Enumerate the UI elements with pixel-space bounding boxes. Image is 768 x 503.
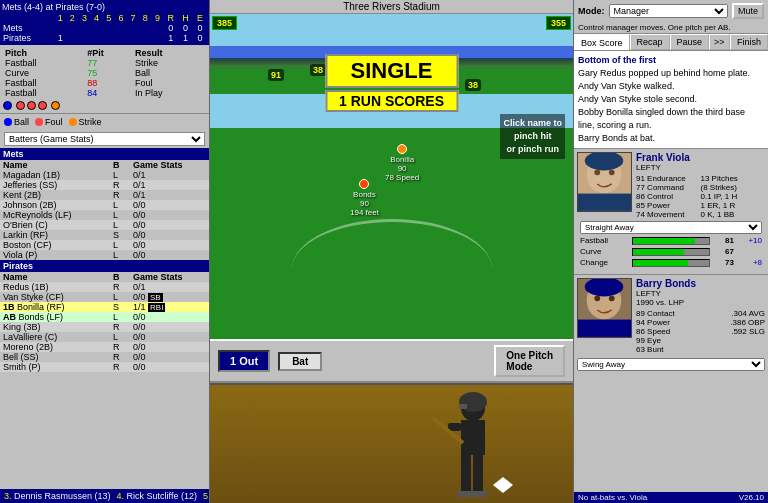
commentary-line: Bobby Bonilla singled down the third bas… (578, 106, 764, 119)
tab-next[interactable]: >> (709, 34, 730, 50)
pitcher-name: Frank Viola (636, 152, 765, 163)
center-panel: Three Rivers Stadium 385 355 91 38 80 88… (210, 0, 573, 503)
table-row: Boston (CF)L0/0 (0, 240, 209, 250)
ticker-item[interactable]: 4. Rick Sutcliffe (12) (117, 491, 197, 501)
no-at-bats: No at-bats vs. Viola (578, 493, 647, 502)
svg-point-21 (585, 278, 624, 296)
control-description: Control manager moves. One pitch per AB. (574, 22, 768, 34)
table-row: O'Brien (C)L0/0 (0, 220, 209, 230)
hit-text: SINGLE (325, 54, 458, 88)
svg-point-13 (609, 169, 615, 175)
table-row: AB Bonds (LF)L 0/0 (0, 312, 209, 322)
out-count: 1 Out (218, 350, 270, 372)
mute-button[interactable]: Mute (732, 3, 764, 19)
left-field-distance: 385 (212, 16, 237, 30)
svg-point-15 (585, 152, 624, 170)
ticker-item[interactable]: 5. Dwight Gooden (12) (203, 491, 209, 501)
table-row: Van Styke (CF)L 0/0 SB (0, 292, 209, 302)
pirates-team-header: Pirates (0, 260, 209, 272)
mode-bar: Mode: Manager Mute (574, 0, 768, 22)
mode-select[interactable]: Manager (609, 4, 728, 18)
svg-rect-4 (461, 453, 471, 493)
svg-rect-9 (459, 404, 467, 409)
stadium-title: Three Rivers Stadium (210, 0, 573, 14)
swing-type-select[interactable]: Swing Away (577, 358, 765, 371)
svg-rect-1 (461, 420, 485, 455)
table-row: Kent (2B)R0/1 (0, 190, 209, 200)
table-row: Redus (1B)R0/1 (0, 282, 209, 292)
run-text: 1 RUN SCORES (325, 90, 458, 112)
version-number: V26.10 (739, 493, 764, 502)
right-field-distance: 355 (546, 16, 571, 30)
svg-rect-20 (578, 320, 631, 337)
field-number-1: 91 (268, 69, 284, 81)
ticker-item[interactable]: 3. Dennis Rasmussen (13) (4, 491, 111, 501)
table-row: Jefferies (SS)R0/1 (0, 180, 209, 190)
right-panel: Mode: Manager Mute Control manager moves… (573, 0, 768, 503)
batter-hand: LEFTY (636, 289, 765, 298)
game-field: 385 355 91 38 80 88 38 SINGLE 1 RUN SCOR… (210, 14, 573, 339)
pitch-row-change: Change 73 +8 (580, 258, 762, 267)
batter-year-matchup: 1990 vs. LHP (636, 298, 765, 307)
bonilla-on-field[interactable]: Bonilla9078 Speed (385, 144, 419, 182)
commentary-line: Andy Van Styke walked. (578, 80, 764, 93)
finish-button[interactable]: Finish (730, 34, 768, 50)
game-controls-bar: 1 Out Bat One PitchMode (210, 339, 573, 383)
pitch-row-curve: Curve 67 (580, 247, 762, 256)
table-row: Smith (P)R0/0 (0, 362, 209, 372)
svg-rect-5 (473, 453, 483, 493)
pitcher-info: Frank Viola LEFTY 91 Endurance13 Pitches… (636, 152, 765, 219)
table-row: Viola (P)L0/0 (0, 250, 209, 260)
table-row: Moreno (2B)R0/0 (0, 342, 209, 352)
stats-area: Mets Name B Game Stats Magadan (1B)L0/1 … (0, 148, 209, 489)
batter-photo (577, 278, 632, 338)
table-row: Bell (SS)R0/0 (0, 352, 209, 362)
scoreboard: Mets (4-4) at Pirates (7-0) 123 456 789 … (0, 0, 209, 45)
pitcher-photo (577, 152, 632, 212)
legend: Ball Foul Strike (0, 114, 209, 130)
commentary-line: line, scoring a run. (578, 119, 764, 132)
commentary-line: Andy Van Styke stole second. (578, 93, 764, 106)
table-row: Magadan (1B)L0/1 (0, 170, 209, 180)
tab-box-score[interactable]: Box Score (574, 34, 630, 50)
pitch-mode-button[interactable]: One PitchMode (494, 345, 565, 377)
mets-team-header: Mets (0, 148, 209, 160)
svg-point-18 (594, 295, 600, 301)
commentary-line: Barry Bonds at bat. (578, 132, 764, 145)
pitch-section: Straight Away Fastball 81 +10 Curve (577, 219, 765, 271)
batters-dropdown-container: Batters (Game Stats) (0, 130, 209, 148)
svg-point-12 (594, 169, 600, 175)
tab-recap[interactable]: Recap (630, 34, 670, 50)
table-row: 1B Bonilla (RF)S 1/1 RBI (0, 302, 209, 312)
batter-area (210, 383, 573, 503)
pirates-name: Pirates (2, 33, 54, 43)
game-title: Mets (4-4) at Pirates (7-0) (2, 2, 207, 12)
field-number-2: 38 (310, 64, 326, 76)
batters-select[interactable]: Batters (Game Stats) (4, 132, 205, 146)
bonds-on-field[interactable]: Bonds90194 feet (350, 179, 379, 217)
hit-banner: SINGLE 1 RUN SCORES (325, 54, 458, 112)
pitching-stats: Pitch#PitResult Fastball77Strike Curve75… (0, 45, 209, 114)
svg-point-19 (609, 295, 615, 301)
table-row: Johnson (2B)L0/0 (0, 200, 209, 210)
tab-pause[interactable]: Pause (670, 34, 710, 50)
ball-label: Ball (14, 117, 29, 127)
batter-stats: Barry Bonds LEFTY 1990 vs. LHP 89 Contac… (636, 278, 765, 354)
commentary-area: Bottom of the first Gary Redus popped up… (574, 51, 768, 149)
inning-header: Bottom of the first (578, 54, 764, 67)
svg-rect-7 (471, 491, 487, 497)
click-prompt: Click name topinch hitor pinch run (500, 114, 565, 159)
bat-label: Bat (278, 352, 322, 371)
table-row: King (3B)R0/0 (0, 322, 209, 332)
pitch-type-select[interactable]: Straight Away (580, 221, 762, 234)
field-number-5: 38 (465, 79, 481, 91)
table-row: LaValliere (C)L0/0 (0, 332, 209, 342)
pitch-row-fastball: Fastball 81 +10 (580, 236, 762, 245)
batter-silhouette (413, 388, 533, 503)
svg-rect-14 (578, 194, 631, 211)
batter-card: Barry Bonds LEFTY 1990 vs. LHP 89 Contac… (574, 275, 768, 492)
foul-label: Foul (45, 117, 63, 127)
pitcher-hand: LEFTY (636, 163, 765, 172)
table-row: Larkin (RF)S0/0 (0, 230, 209, 240)
version-bar: No at-bats vs. Viola V26.10 (574, 492, 768, 503)
